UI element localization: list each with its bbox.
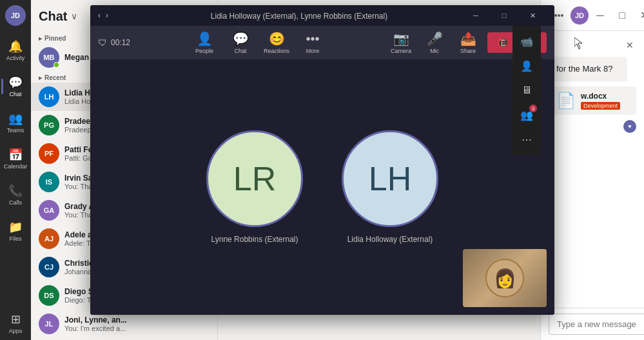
chat-toolbar-icon: 💬: [233, 31, 249, 46]
call-toolbar: 🛡 00:12 👤 People 💬 Chat 😊 Reactions ••• …: [90, 26, 554, 59]
teams-icon: 👥: [8, 112, 23, 126]
sidebar-item-chat[interactable]: 💬 Chat: [1, 70, 30, 103]
call-window: ‹ › Lidia Holloway (External), Lynne Rob…: [90, 5, 554, 315]
close-app-button[interactable]: ✕: [634, 5, 644, 26]
avatar: IS: [39, 172, 59, 192]
message-input[interactable]: [549, 314, 644, 335]
avatar-initials: IS: [46, 178, 52, 186]
close-side-panel-button[interactable]: ✕: [623, 39, 636, 52]
more-label: More: [306, 48, 320, 54]
file-name: w.docx: [581, 92, 620, 101]
secondary-video-button[interactable]: 📹: [515, 30, 538, 53]
sidebar-item-teams[interactable]: 👥 Teams: [1, 106, 30, 139]
secondary-share-button[interactable]: 🖥: [515, 79, 538, 102]
avatar: PF: [39, 143, 59, 164]
sidebar-item-apps[interactable]: ⊞ Apps: [1, 306, 30, 340]
avatar: DS: [39, 285, 59, 306]
apps-icon: ⊞: [11, 312, 21, 326]
mic-label: Mic: [430, 48, 439, 54]
people-button[interactable]: 👤 People: [190, 31, 219, 54]
secondary-people-icon: 👤: [520, 60, 533, 72]
participant-name-lh: Lidia Holloway (External): [347, 235, 433, 244]
avatar: AJ: [39, 228, 59, 249]
chat-info: Joni, Lynne, an... You: I'm excited a...: [64, 315, 210, 332]
file-info: w.docx Development: [581, 92, 620, 110]
close-button[interactable]: ✕: [518, 5, 547, 26]
calls-icon: 📞: [8, 184, 23, 198]
word-file-icon: 📄: [556, 92, 576, 110]
avatar: LH: [39, 86, 59, 107]
mic-icon: 🎤: [427, 31, 443, 46]
call-timer: 00:12: [111, 38, 130, 47]
sidebar-item-calls[interactable]: 📞 Calls: [1, 178, 30, 212]
reactions-button[interactable]: 😊 Reactions: [262, 31, 291, 54]
mic-button[interactable]: 🎤 Mic: [420, 31, 449, 54]
message-text: for the Mark 8?: [556, 64, 612, 74]
avatar-initials: PF: [44, 150, 54, 157]
maximize-app-button[interactable]: □: [612, 5, 632, 26]
share-button[interactable]: 📤 Share: [454, 31, 482, 54]
avatar: GA: [39, 200, 59, 221]
message-bubble: for the Mark 8?: [549, 57, 627, 81]
user-avatar-top[interactable]: JD: [571, 6, 589, 25]
file-card[interactable]: 📄 w.docx Development: [549, 86, 636, 115]
message-input-area: [541, 308, 644, 340]
call-window-controls: ─ □ ✕: [462, 5, 547, 26]
calendar-icon: 📅: [8, 148, 23, 162]
people-icon: 👤: [197, 31, 213, 46]
secondary-people-button[interactable]: 👤: [515, 54, 538, 77]
file-tag: Development: [581, 102, 620, 110]
call-timer-area: 🛡 00:12: [98, 37, 130, 48]
secondary-controls: 📹 👤 🖥 👥 3 ⋯: [512, 26, 541, 155]
reactions-label: Reactions: [264, 48, 289, 54]
activity-icon: 🔔: [8, 39, 23, 54]
avatar: PG: [39, 115, 59, 135]
more-button[interactable]: ••• More: [298, 32, 327, 54]
call-title: Lidia Holloway (External), Lynne Robbins…: [211, 12, 387, 21]
participant-lidia-holloway: LH Lidia Holloway (External): [342, 130, 438, 244]
minimize-app-button[interactable]: ─: [590, 5, 610, 26]
avatar-initials: DS: [44, 292, 54, 299]
sidebar-item-calendar[interactable]: 📅 Calendar: [1, 142, 30, 175]
secondary-video-icon: 📹: [520, 35, 533, 48]
chat-button[interactable]: 💬 Chat: [226, 31, 255, 54]
secondary-participants-button[interactable]: 👥 3: [515, 103, 538, 126]
participants-badge: 3: [529, 105, 537, 112]
shield-icon: 🛡: [98, 37, 107, 48]
leave-phone-icon: 📵: [498, 37, 509, 48]
avatar-initials: CJ: [44, 263, 54, 271]
back-icon[interactable]: ‹: [98, 11, 101, 20]
secondary-more-icon: ⋯: [522, 134, 532, 146]
online-indicator: [54, 62, 59, 68]
participant-avatar-lh: LH: [342, 130, 438, 227]
chat-label: Chat: [235, 48, 247, 54]
reactions-icon: 😊: [269, 31, 285, 46]
right-panel-controls: ••• JD ─ □ ✕: [549, 5, 644, 26]
recent-arrow-icon: ▸: [39, 74, 42, 81]
chat-title: Chat: [39, 9, 67, 24]
avatar: MB: [39, 47, 59, 68]
more-icon: •••: [306, 32, 320, 46]
minimize-button[interactable]: ─: [462, 5, 490, 26]
participant-name-lr: Lynne Robbins (External): [211, 235, 298, 244]
sidebar-item-activity[interactable]: 🔔 Activity: [1, 34, 30, 67]
right-panel: ••• JD ─ □ ✕ ✕ for the Mark 8? 📄 w.docx …: [540, 0, 644, 340]
avatar: JL: [39, 314, 59, 334]
forward-icon[interactable]: ›: [106, 11, 108, 20]
secondary-more-button[interactable]: ⋯: [515, 128, 538, 151]
secondary-share-icon: 🖥: [522, 85, 532, 96]
avatar-initials: MB: [43, 54, 54, 61]
sidebar-nav: JD 🔔 Activity 💬 Chat 👥 Teams 📅 Calendar …: [0, 0, 31, 340]
pinned-arrow-icon: ▸: [39, 35, 42, 42]
camera-button[interactable]: 📷 Camera: [387, 31, 415, 54]
avatar-initials: PG: [44, 121, 54, 129]
sidebar-item-files[interactable]: 📁 Files: [1, 214, 30, 248]
people-label: People: [195, 48, 213, 54]
chat-preview: You: I'm excited a...: [64, 325, 210, 332]
nav-user-avatar[interactable]: JD: [5, 5, 26, 26]
files-icon: 📁: [8, 220, 23, 234]
maximize-button[interactable]: □: [490, 5, 518, 26]
avatar: CJ: [39, 257, 59, 277]
camera-icon: 📷: [393, 31, 409, 46]
chat-title-chevron[interactable]: ∨: [71, 11, 77, 21]
